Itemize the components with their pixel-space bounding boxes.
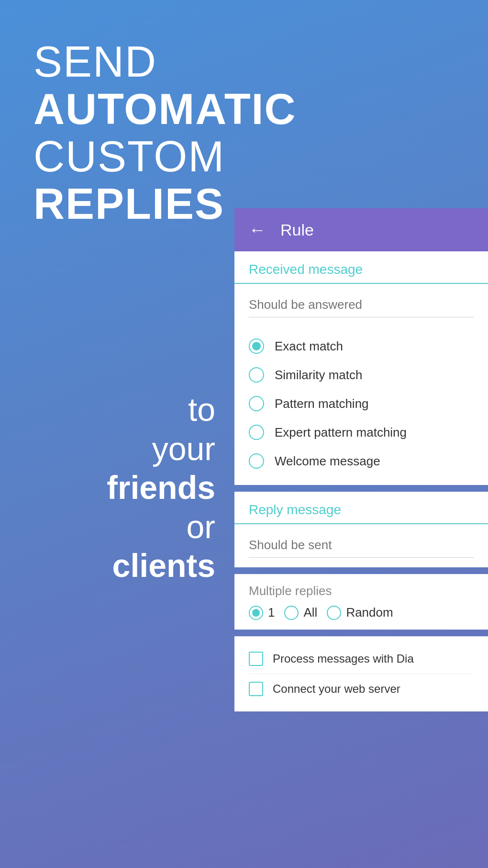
hero-text-block: SEND AUTOMATIC CUSTOM REPLIES: [33, 38, 297, 228]
radio-similarity-match-circle: [249, 367, 264, 383]
or-line: or: [0, 507, 215, 547]
radio-welcome-message[interactable]: Welcome message: [249, 447, 474, 475]
radio-exact-match-circle: [249, 338, 264, 354]
process-dia-checkbox[interactable]: [249, 652, 263, 666]
bottom-text-block: to your friends or clients: [0, 390, 234, 586]
reply-radio-all-label: All: [303, 605, 317, 620]
match-options-group: Exact match Similarity match Pattern mat…: [234, 327, 488, 485]
radio-expert-pattern-label: Expert pattern matching: [275, 425, 407, 440]
connect-server-checkbox[interactable]: [249, 682, 263, 696]
process-dia-label: Process messages with Dia: [273, 652, 414, 665]
received-message-body: [234, 284, 488, 327]
hero-automatic: AUTOMATIC: [33, 86, 297, 133]
radio-exact-match-label: Exact match: [275, 339, 343, 354]
multiple-replies-section: Multiple replies 1 All Random: [234, 574, 488, 630]
radio-pattern-matching-label: Pattern matching: [275, 396, 369, 411]
radio-welcome-circle: [249, 453, 264, 469]
multiple-replies-label: Multiple replies: [249, 584, 474, 598]
reply-radio-1-label: 1: [268, 605, 275, 620]
back-button[interactable]: ←: [249, 220, 266, 240]
connect-server-item[interactable]: Connect your web server: [249, 674, 474, 704]
clients-line: clients: [0, 546, 215, 586]
radio-welcome-label: Welcome message: [275, 454, 380, 469]
reply-message-card: Reply message: [234, 492, 488, 567]
replies-options: 1 All Random: [249, 605, 474, 620]
reply-radio-random-circle: [327, 606, 341, 620]
your-line: your: [0, 429, 215, 469]
to-line: to: [0, 390, 215, 429]
received-message-header: Received message: [234, 251, 488, 284]
radio-exact-match[interactable]: Exact match: [249, 332, 474, 361]
top-bar-title: Rule: [280, 221, 314, 239]
reply-radio-1-circle: [249, 606, 263, 620]
radio-similarity-match-label: Similarity match: [275, 368, 362, 383]
reply-option-random[interactable]: Random: [327, 605, 393, 620]
received-message-card: Received message Exact match Similarity …: [234, 251, 488, 485]
reply-message-input[interactable]: [249, 529, 474, 558]
reply-message-header: Reply message: [234, 492, 488, 524]
process-dia-item[interactable]: Process messages with Dia: [249, 644, 474, 674]
connect-server-label: Connect your web server: [273, 682, 400, 696]
phone-panel: ← Rule Received message Exact match Simi…: [234, 208, 488, 868]
process-section: Process messages with Dia Connect your w…: [234, 636, 488, 711]
friends-line: friends: [0, 468, 215, 507]
received-message-input[interactable]: [249, 289, 474, 317]
radio-pattern-matching[interactable]: Pattern matching: [249, 389, 474, 418]
radio-expert-pattern-circle: [249, 425, 264, 440]
top-bar: ← Rule: [234, 208, 488, 251]
hero-send: SEND: [33, 38, 297, 86]
radio-expert-pattern-matching[interactable]: Expert pattern matching: [249, 418, 474, 447]
reply-option-all[interactable]: All: [284, 605, 317, 620]
reply-option-1[interactable]: 1: [249, 605, 275, 620]
radio-similarity-match[interactable]: Similarity match: [249, 361, 474, 389]
hero-custom: CUSTOM: [33, 133, 297, 180]
received-message-label: Received message: [249, 262, 363, 277]
radio-pattern-matching-circle: [249, 396, 264, 411]
reply-message-label: Reply message: [249, 502, 341, 517]
reply-radio-random-label: Random: [346, 605, 393, 620]
reply-message-body: [234, 524, 488, 567]
reply-radio-all-circle: [284, 606, 299, 620]
